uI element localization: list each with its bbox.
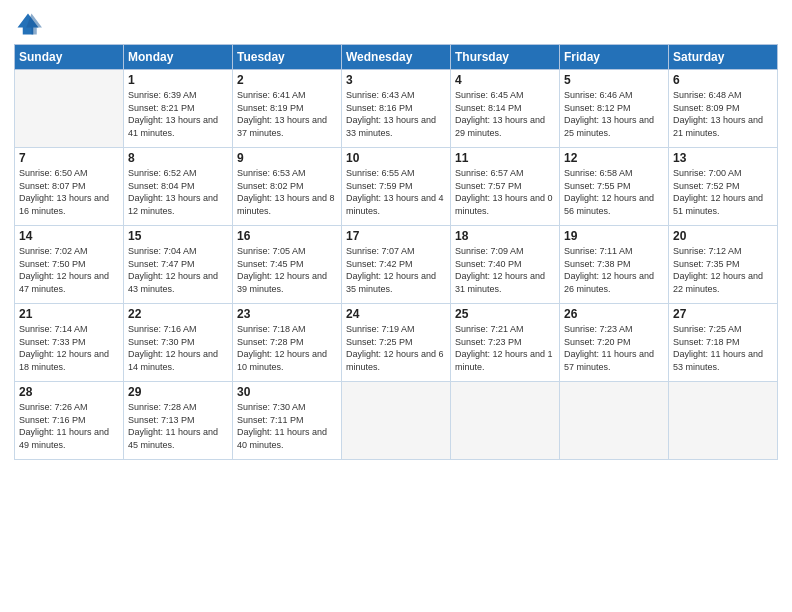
day-number: 30	[237, 385, 337, 399]
day-number: 6	[673, 73, 773, 87]
calendar-body: 1Sunrise: 6:39 AMSunset: 8:21 PMDaylight…	[15, 70, 778, 460]
calendar-cell: 7Sunrise: 6:50 AMSunset: 8:07 PMDaylight…	[15, 148, 124, 226]
day-info: Sunrise: 7:07 AMSunset: 7:42 PMDaylight:…	[346, 245, 446, 295]
day-info: Sunrise: 6:50 AMSunset: 8:07 PMDaylight:…	[19, 167, 119, 217]
calendar-cell: 1Sunrise: 6:39 AMSunset: 8:21 PMDaylight…	[124, 70, 233, 148]
day-number: 15	[128, 229, 228, 243]
calendar-cell: 3Sunrise: 6:43 AMSunset: 8:16 PMDaylight…	[342, 70, 451, 148]
calendar-cell	[560, 382, 669, 460]
weekday-header: Friday	[560, 45, 669, 70]
day-info: Sunrise: 7:23 AMSunset: 7:20 PMDaylight:…	[564, 323, 664, 373]
day-number: 21	[19, 307, 119, 321]
day-info: Sunrise: 7:18 AMSunset: 7:28 PMDaylight:…	[237, 323, 337, 373]
weekday-header: Monday	[124, 45, 233, 70]
calendar-week-row: 14Sunrise: 7:02 AMSunset: 7:50 PMDayligh…	[15, 226, 778, 304]
calendar-cell: 29Sunrise: 7:28 AMSunset: 7:13 PMDayligh…	[124, 382, 233, 460]
day-info: Sunrise: 7:05 AMSunset: 7:45 PMDaylight:…	[237, 245, 337, 295]
day-number: 27	[673, 307, 773, 321]
day-number: 3	[346, 73, 446, 87]
calendar-cell: 6Sunrise: 6:48 AMSunset: 8:09 PMDaylight…	[669, 70, 778, 148]
day-number: 28	[19, 385, 119, 399]
day-number: 11	[455, 151, 555, 165]
calendar-table: SundayMondayTuesdayWednesdayThursdayFrid…	[14, 44, 778, 460]
header-row: SundayMondayTuesdayWednesdayThursdayFrid…	[15, 45, 778, 70]
day-number: 9	[237, 151, 337, 165]
day-number: 16	[237, 229, 337, 243]
logo-icon	[14, 10, 42, 38]
weekday-header: Tuesday	[233, 45, 342, 70]
day-number: 24	[346, 307, 446, 321]
day-number: 20	[673, 229, 773, 243]
calendar-cell: 14Sunrise: 7:02 AMSunset: 7:50 PMDayligh…	[15, 226, 124, 304]
weekday-header: Sunday	[15, 45, 124, 70]
calendar-cell: 17Sunrise: 7:07 AMSunset: 7:42 PMDayligh…	[342, 226, 451, 304]
day-info: Sunrise: 7:09 AMSunset: 7:40 PMDaylight:…	[455, 245, 555, 295]
weekday-header: Thursday	[451, 45, 560, 70]
day-number: 10	[346, 151, 446, 165]
calendar-cell: 21Sunrise: 7:14 AMSunset: 7:33 PMDayligh…	[15, 304, 124, 382]
calendar-cell: 12Sunrise: 6:58 AMSunset: 7:55 PMDayligh…	[560, 148, 669, 226]
day-number: 7	[19, 151, 119, 165]
day-info: Sunrise: 6:58 AMSunset: 7:55 PMDaylight:…	[564, 167, 664, 217]
calendar-cell: 28Sunrise: 7:26 AMSunset: 7:16 PMDayligh…	[15, 382, 124, 460]
day-info: Sunrise: 7:16 AMSunset: 7:30 PMDaylight:…	[128, 323, 228, 373]
calendar-cell	[342, 382, 451, 460]
day-number: 5	[564, 73, 664, 87]
calendar-cell: 2Sunrise: 6:41 AMSunset: 8:19 PMDaylight…	[233, 70, 342, 148]
calendar-cell: 5Sunrise: 6:46 AMSunset: 8:12 PMDaylight…	[560, 70, 669, 148]
day-number: 4	[455, 73, 555, 87]
day-info: Sunrise: 7:25 AMSunset: 7:18 PMDaylight:…	[673, 323, 773, 373]
calendar-cell: 30Sunrise: 7:30 AMSunset: 7:11 PMDayligh…	[233, 382, 342, 460]
logo	[14, 10, 46, 38]
day-info: Sunrise: 7:11 AMSunset: 7:38 PMDaylight:…	[564, 245, 664, 295]
calendar-week-row: 7Sunrise: 6:50 AMSunset: 8:07 PMDaylight…	[15, 148, 778, 226]
calendar-cell: 24Sunrise: 7:19 AMSunset: 7:25 PMDayligh…	[342, 304, 451, 382]
calendar-week-row: 28Sunrise: 7:26 AMSunset: 7:16 PMDayligh…	[15, 382, 778, 460]
day-info: Sunrise: 6:43 AMSunset: 8:16 PMDaylight:…	[346, 89, 446, 139]
day-number: 19	[564, 229, 664, 243]
day-info: Sunrise: 7:19 AMSunset: 7:25 PMDaylight:…	[346, 323, 446, 373]
day-info: Sunrise: 7:26 AMSunset: 7:16 PMDaylight:…	[19, 401, 119, 451]
calendar-cell: 18Sunrise: 7:09 AMSunset: 7:40 PMDayligh…	[451, 226, 560, 304]
calendar-cell	[15, 70, 124, 148]
day-info: Sunrise: 7:14 AMSunset: 7:33 PMDaylight:…	[19, 323, 119, 373]
day-info: Sunrise: 7:30 AMSunset: 7:11 PMDaylight:…	[237, 401, 337, 451]
calendar-cell: 22Sunrise: 7:16 AMSunset: 7:30 PMDayligh…	[124, 304, 233, 382]
weekday-header: Wednesday	[342, 45, 451, 70]
day-info: Sunrise: 6:52 AMSunset: 8:04 PMDaylight:…	[128, 167, 228, 217]
day-info: Sunrise: 7:00 AMSunset: 7:52 PMDaylight:…	[673, 167, 773, 217]
day-number: 13	[673, 151, 773, 165]
calendar-cell: 8Sunrise: 6:52 AMSunset: 8:04 PMDaylight…	[124, 148, 233, 226]
calendar-cell: 19Sunrise: 7:11 AMSunset: 7:38 PMDayligh…	[560, 226, 669, 304]
day-number: 26	[564, 307, 664, 321]
calendar-cell: 11Sunrise: 6:57 AMSunset: 7:57 PMDayligh…	[451, 148, 560, 226]
day-info: Sunrise: 6:45 AMSunset: 8:14 PMDaylight:…	[455, 89, 555, 139]
day-number: 18	[455, 229, 555, 243]
day-info: Sunrise: 7:21 AMSunset: 7:23 PMDaylight:…	[455, 323, 555, 373]
day-info: Sunrise: 6:46 AMSunset: 8:12 PMDaylight:…	[564, 89, 664, 139]
day-number: 8	[128, 151, 228, 165]
day-info: Sunrise: 6:55 AMSunset: 7:59 PMDaylight:…	[346, 167, 446, 217]
day-info: Sunrise: 6:39 AMSunset: 8:21 PMDaylight:…	[128, 89, 228, 139]
calendar-cell: 10Sunrise: 6:55 AMSunset: 7:59 PMDayligh…	[342, 148, 451, 226]
calendar-cell	[451, 382, 560, 460]
day-info: Sunrise: 6:41 AMSunset: 8:19 PMDaylight:…	[237, 89, 337, 139]
day-info: Sunrise: 7:02 AMSunset: 7:50 PMDaylight:…	[19, 245, 119, 295]
calendar-cell: 26Sunrise: 7:23 AMSunset: 7:20 PMDayligh…	[560, 304, 669, 382]
day-info: Sunrise: 7:04 AMSunset: 7:47 PMDaylight:…	[128, 245, 228, 295]
calendar-cell: 23Sunrise: 7:18 AMSunset: 7:28 PMDayligh…	[233, 304, 342, 382]
calendar-cell: 4Sunrise: 6:45 AMSunset: 8:14 PMDaylight…	[451, 70, 560, 148]
calendar-cell: 9Sunrise: 6:53 AMSunset: 8:02 PMDaylight…	[233, 148, 342, 226]
calendar-cell: 20Sunrise: 7:12 AMSunset: 7:35 PMDayligh…	[669, 226, 778, 304]
day-number: 2	[237, 73, 337, 87]
calendar-week-row: 21Sunrise: 7:14 AMSunset: 7:33 PMDayligh…	[15, 304, 778, 382]
calendar-cell: 15Sunrise: 7:04 AMSunset: 7:47 PMDayligh…	[124, 226, 233, 304]
calendar-header: SundayMondayTuesdayWednesdayThursdayFrid…	[15, 45, 778, 70]
day-number: 29	[128, 385, 228, 399]
day-number: 12	[564, 151, 664, 165]
calendar-cell	[669, 382, 778, 460]
day-number: 22	[128, 307, 228, 321]
day-info: Sunrise: 6:48 AMSunset: 8:09 PMDaylight:…	[673, 89, 773, 139]
day-info: Sunrise: 6:57 AMSunset: 7:57 PMDaylight:…	[455, 167, 555, 217]
calendar-week-row: 1Sunrise: 6:39 AMSunset: 8:21 PMDaylight…	[15, 70, 778, 148]
